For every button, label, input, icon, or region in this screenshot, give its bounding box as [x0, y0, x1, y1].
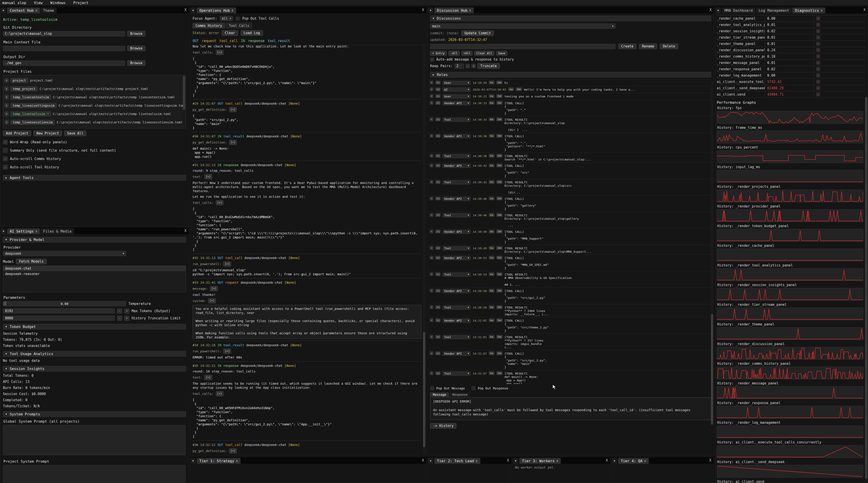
entry-expand-button[interactable]: + — [430, 94, 433, 98]
entry-plus-button[interactable]: [+] — [435, 134, 440, 138]
tab-theme[interactable]: Theme — [40, 7, 57, 13]
main-context-browse-button[interactable]: Browse — [127, 46, 145, 51]
entry-ins-button[interactable]: Ins — [489, 213, 495, 217]
tab-mma-dashboard[interactable]: MMA Dashboard — [722, 7, 755, 13]
expand-button[interactable]: [+] — [216, 50, 223, 55]
tab-message[interactable]: Message — [430, 392, 449, 397]
collapse-icon[interactable]: ▼ — [1, 228, 6, 234]
entry-expand-button[interactable]: + — [430, 154, 433, 158]
session-insights-header[interactable]: ▼Session Insights — [3, 366, 186, 372]
view-tab-comms-history[interactable]: Comms History — [193, 23, 225, 29]
auto-add-checkbox[interactable]: ✓ — [430, 58, 434, 62]
entry-ins-button[interactable]: Ins — [489, 154, 495, 158]
entry-ins-button[interactable]: Ins — [508, 88, 514, 91]
rename-button[interactable]: Rename — [639, 44, 657, 49]
create-button[interactable]: Create — [618, 44, 636, 49]
entry--all-button[interactable]: +All — [461, 51, 472, 56]
entry-del-button[interactable]: Del — [516, 88, 522, 91]
menu-item-manual-slop[interactable]: manual slop — [2, 1, 26, 5]
expand-button[interactable]: [+] — [223, 349, 231, 354]
entry-ins-button[interactable]: Ins — [489, 351, 495, 355]
entry-plus-button[interactable]: [+] — [435, 230, 440, 233]
to-history-button[interactable]: -> History — [430, 423, 456, 428]
tab-tier2[interactable]: Tier 2: Tech LeadX — [434, 458, 480, 464]
tab-discussion-hub[interactable]: Discussion HubX — [434, 7, 474, 13]
entry-ins-button[interactable]: Ins — [489, 318, 495, 322]
timing-checkbox[interactable]: ✓ — [816, 86, 820, 90]
entry-ins-button[interactable]: Ins — [489, 101, 495, 105]
tab-tier3[interactable]: Tier 3: WorkersX — [519, 458, 561, 464]
entry-del-button[interactable]: Del — [496, 213, 502, 217]
entry-ins-button[interactable]: Ins — [489, 305, 495, 309]
entry-ins-button[interactable]: Ins — [489, 256, 495, 259]
file-tag[interactable]: temp_liveexecutionsim — [11, 120, 55, 125]
tab-operations-hub[interactable]: Operations HubX — [197, 7, 236, 13]
entry-expand-button[interactable]: + — [430, 88, 433, 91]
entry-role-select[interactable]: Tool▼ — [442, 372, 471, 376]
history-limit-plus-button[interactable]: + — [124, 316, 129, 321]
close-icon[interactable]: X — [35, 230, 37, 233]
entry-expand-button[interactable]: + — [430, 101, 433, 105]
entry-expand-button[interactable]: + — [430, 230, 433, 233]
close-icon[interactable]: X — [557, 459, 558, 463]
timing-checkbox[interactable]: ✓ — [816, 35, 820, 39]
close-icon[interactable]: X — [236, 459, 238, 463]
timing-checkbox[interactable]: ✓ — [816, 73, 820, 77]
output-dir-input[interactable] — [3, 61, 125, 66]
entry-plus-button[interactable]: [+] — [435, 213, 440, 217]
popout-response-checkbox[interactable] — [471, 386, 475, 390]
file-tag[interactable]: temp_liveaisettingssim — [11, 103, 57, 108]
close-icon[interactable]: X — [469, 9, 471, 12]
timing-checkbox[interactable]: ✓ — [816, 61, 820, 65]
entry-expand-button[interactable]: + — [430, 305, 433, 309]
keep-pairs-plus-button[interactable]: + — [471, 64, 475, 68]
collapse-icon[interactable]: ▼ — [190, 458, 196, 464]
menu-item-view[interactable]: View — [34, 1, 43, 5]
collapse-icon[interactable]: ▼ — [1, 7, 6, 13]
model-option-deepseek-reasoner[interactable]: deepseek-reasoner — [3, 271, 186, 277]
load-log-button[interactable]: Load Log — [241, 30, 263, 36]
entry-expand-button[interactable]: + — [430, 180, 433, 184]
history-limit-input[interactable] — [3, 316, 115, 321]
expand-button[interactable]: [+] — [210, 286, 218, 291]
tool-usage-header[interactable]: ▼Tool Usage Analytics — [3, 351, 186, 357]
timing-checkbox[interactable]: ✓ — [816, 29, 820, 33]
close-icon[interactable]: X — [184, 8, 186, 12]
entry-expand-button[interactable]: + — [430, 164, 433, 167]
entry-plus-button[interactable]: [+] — [435, 318, 440, 322]
remove-file-button[interactable]: x — [4, 111, 8, 116]
output-dir-browse-button[interactable]: Browse — [127, 60, 145, 66]
entry-role-select[interactable]: Vendor API▼ — [442, 289, 471, 293]
timing-checkbox[interactable]: ✓ — [816, 92, 820, 96]
expand-button[interactable]: [+] — [229, 140, 237, 145]
file-tag[interactable]: temp_livetoolssim * — [11, 111, 51, 116]
entry-del-button[interactable]: Del — [496, 318, 502, 322]
project-prompt-textarea[interactable] — [3, 465, 186, 483]
entry-role-select[interactable]: User▼ — [442, 81, 471, 85]
entry-role-select[interactable]: Tool▼ — [442, 213, 471, 218]
menu-item-windows[interactable]: Windows — [51, 1, 66, 5]
checkbox[interactable]: ✓ — [3, 165, 8, 169]
max-tokens-minus-button[interactable]: - — [117, 309, 122, 314]
remove-file-button[interactable]: x — [4, 103, 8, 107]
entry-del-button[interactable]: Del — [496, 164, 502, 167]
expand-button[interactable]: [+] — [204, 375, 212, 380]
entry-save-button[interactable]: Save — [496, 51, 507, 56]
checkbox[interactable] — [3, 148, 8, 153]
entry-plus-button[interactable]: [+] — [435, 197, 440, 200]
file-tag[interactable]: temp_livecontext — [11, 128, 45, 129]
entry-expand-button[interactable]: + — [430, 335, 433, 339]
close-icon[interactable]: X — [422, 8, 424, 12]
entry-role-select[interactable]: Vendor API▼ — [442, 230, 471, 234]
model-option-deepseek-chat[interactable]: deepseek-chat — [3, 266, 186, 271]
tab-diagnostics[interactable]: DiagnosticsX — [792, 7, 825, 13]
entry-role-select[interactable]: Vendor API▼ — [442, 318, 471, 323]
close-icon[interactable]: X — [864, 8, 866, 12]
entry-expand-button[interactable]: + — [430, 246, 433, 250]
entry-role-select[interactable]: Tool▼ — [442, 335, 471, 339]
provider-model-header[interactable]: ▼Provider & Model — [3, 237, 186, 243]
discussion-select[interactable]: main▼ — [430, 24, 616, 29]
max-tokens-input[interactable] — [3, 308, 115, 314]
collapse-icon[interactable]: ▼ — [715, 7, 721, 13]
popout-message-checkbox[interactable] — [430, 386, 434, 390]
